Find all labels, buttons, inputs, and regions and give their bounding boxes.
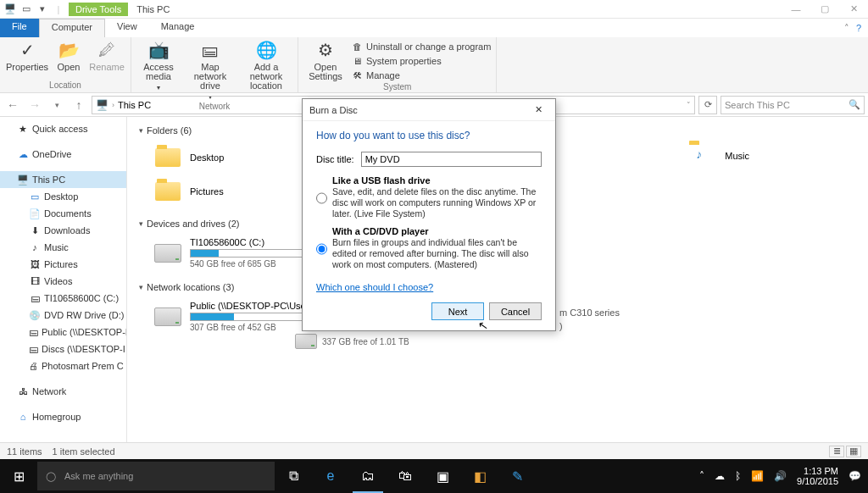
tb-app3[interactable]: ✎ [498, 459, 536, 493]
system-properties-button[interactable]: 🖥System properties [351, 53, 491, 68]
which-one-link[interactable]: Which one should I choose? [316, 282, 433, 292]
tb-store[interactable]: 🛍 [387, 459, 424, 493]
open-icon: 📂 [55, 39, 82, 61]
qat-properties-icon[interactable]: ▭ [19, 3, 33, 16]
nav-network[interactable]: 🖧Network [0, 383, 126, 400]
nav-discs[interactable]: 🖴Discs (\\DESKTOP-I [0, 341, 126, 357]
next-button[interactable]: Next [431, 302, 484, 320]
disc-title-label: Disc title: [316, 154, 354, 164]
open-settings-button[interactable]: ⚙Open Settings [303, 39, 348, 82]
nav-pictures[interactable]: 🖼Pictures [0, 256, 126, 273]
nav-videos[interactable]: 🎞Videos [0, 273, 126, 290]
task-view-button[interactable]: ⧉ [275, 459, 312, 493]
help-icon[interactable]: ? [856, 23, 861, 33]
uninstall-button[interactable]: 🗑Uninstall or change a program [351, 39, 491, 53]
media-icon: 📺 [145, 39, 172, 61]
nav-homegroup[interactable]: ⌂Homegroup [0, 408, 126, 425]
properties-icon: ✓ [14, 39, 41, 61]
music-icon: ♪ [29, 241, 41, 253]
network-icon: 🖧 [17, 385, 29, 397]
option-usb[interactable]: Like a USB flash driveSave, edit, and de… [316, 175, 542, 219]
desktop-icon: ▭ [29, 191, 41, 202]
nav-dvd[interactable]: 💿DVD RW Drive (D:) [0, 307, 126, 324]
ribbon-tabs: File Computer View Manage ˄ ? [0, 19, 868, 37]
tray-network-icon[interactable]: 📶 [751, 470, 764, 482]
folder-music[interactable]: ♪ Music [687, 144, 749, 168]
folder-icon [155, 148, 181, 167]
properties-button[interactable]: ✓Properties [5, 39, 49, 72]
tb-explorer[interactable]: 🗂 [349, 459, 387, 493]
uninstall-icon: 🗑 [351, 41, 363, 53]
action-center-icon[interactable]: 💬 [849, 470, 861, 482]
tray-up-icon[interactable]: ˄ [699, 470, 704, 482]
nav-this-pc[interactable]: 🖥️This PC [0, 171, 126, 188]
tray-volume-icon[interactable]: 🔊 [774, 470, 787, 482]
netdrive-icon [154, 307, 181, 326]
close-button[interactable]: ✕ [839, 0, 868, 19]
access-media-button[interactable]: 📺Access media▾ [136, 39, 181, 102]
ribbon-collapse-icon[interactable]: ˄ [844, 23, 849, 34]
rename-button[interactable]: 🖉Rename [88, 39, 125, 72]
add-location-button[interactable]: 🌐Add a network location [240, 39, 292, 102]
item-c310[interactable]: m C310 series [559, 307, 620, 318]
nav-onedrive[interactable]: ☁OneDrive [0, 146, 126, 163]
window-title: This PC [128, 4, 178, 14]
radio-cddvd[interactable] [316, 228, 327, 270]
refresh-button[interactable]: ⟳ [698, 96, 717, 114]
manage-button[interactable]: 🛠Manage [351, 68, 491, 82]
minimize-button[interactable]: — [782, 0, 810, 19]
nav-forward-button[interactable]: → [25, 96, 44, 114]
drive-icon: 🖴 [29, 292, 41, 304]
tray-onedrive-icon[interactable]: ☁ [715, 470, 725, 482]
group-location-label: Location [5, 80, 125, 91]
breadcrumb[interactable]: This PC [118, 100, 151, 110]
divider-icon: | [52, 3, 65, 16]
chevron-down-icon: ▾ [139, 126, 143, 135]
search-input[interactable]: Search This PC 🔍 [721, 96, 865, 114]
open-button[interactable]: 📂Open [53, 39, 85, 72]
window-controls: — ▢ ✕ [782, 0, 868, 19]
view-large-button[interactable]: ▦ [846, 446, 861, 457]
start-button[interactable]: ⊞ [0, 459, 37, 493]
tab-computer[interactable]: Computer [39, 19, 105, 37]
maximize-button[interactable]: ▢ [810, 0, 839, 19]
option-cddvd[interactable]: With a CD/DVD playerBurn files in groups… [316, 226, 542, 270]
tab-manage[interactable]: Manage [149, 19, 207, 37]
dialog-title-bar[interactable]: Burn a Disc ✕ [303, 99, 555, 121]
cortana-search[interactable]: ◯ Ask me anything [37, 462, 275, 490]
nav-up-button[interactable]: ↑ [70, 96, 88, 114]
nav-disk-c[interactable]: 🖴TI10658600C (C:) [0, 290, 126, 307]
music-note-icon: ♪ [696, 147, 702, 161]
tb-app1[interactable]: ▣ [424, 459, 461, 493]
pc-icon: 🖥️ [17, 174, 29, 186]
tray-bluetooth-icon[interactable]: ᛒ [735, 470, 741, 482]
dialog-close-button[interactable]: ✕ [528, 102, 548, 119]
nav-back-button[interactable]: ← [3, 96, 22, 114]
pc-icon: 🖥️ [96, 99, 108, 111]
nav-music[interactable]: ♪Music [0, 239, 126, 256]
nav-public[interactable]: 🖴Public (\\DESKTOP-I [0, 324, 126, 341]
netdrive-icon: 🖴 [29, 343, 38, 355]
disc-title-input[interactable] [361, 152, 542, 167]
tab-view[interactable]: View [105, 19, 149, 37]
documents-icon: 📄 [29, 208, 41, 219]
map-drive-button[interactable]: 🖴Map network drive▾ [184, 39, 236, 102]
item-clipped-drive[interactable]: 337 GB free of 1.01 TB [295, 334, 409, 349]
nav-quick-access[interactable]: ★Quick access [0, 120, 126, 137]
nav-desktop[interactable]: ▭Desktop [0, 188, 126, 205]
disc-icon: 💿 [29, 309, 41, 321]
cancel-button[interactable]: Cancel [489, 302, 542, 320]
chevron-down-icon: ▾ [139, 219, 143, 228]
tray-clock[interactable]: 1:13 PM 9/10/2015 [797, 466, 838, 486]
view-details-button[interactable]: ≣ [829, 446, 844, 457]
addr-dropdown-icon[interactable]: ˅ [687, 101, 691, 109]
radio-usb[interactable] [316, 177, 327, 219]
nav-downloads[interactable]: ⬇Downloads [0, 222, 126, 239]
tb-app2[interactable]: ◧ [461, 459, 498, 493]
tab-file[interactable]: File [0, 19, 39, 37]
nav-documents[interactable]: 📄Documents [0, 205, 126, 222]
nav-photosmart[interactable]: 🖨Photosmart Prem C [0, 357, 126, 374]
qat-dropdown-icon[interactable]: ▾ [36, 3, 49, 16]
nav-recent-button[interactable]: ▾ [47, 96, 66, 114]
tb-edge[interactable]: e [312, 459, 349, 493]
